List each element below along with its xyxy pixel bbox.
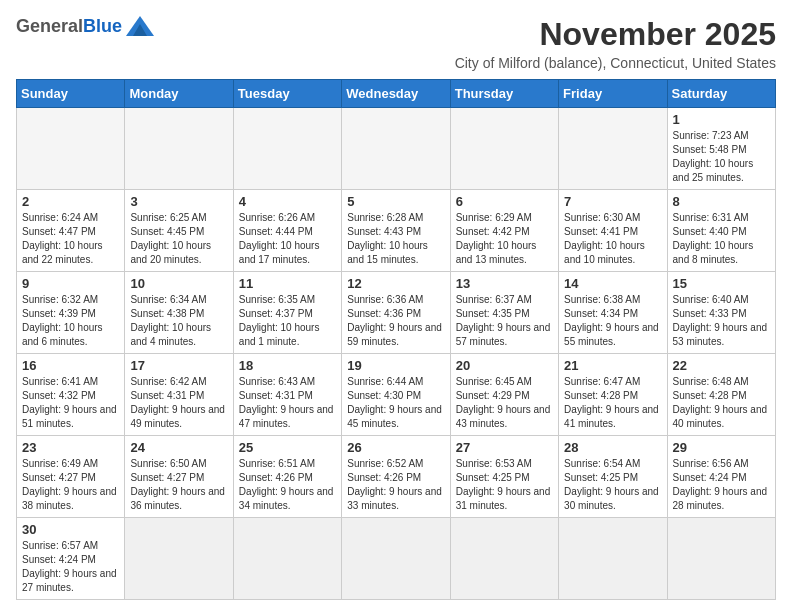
calendar-week-row: 30Sunrise: 6:57 AM Sunset: 4:24 PM Dayli… xyxy=(17,518,776,600)
day-number: 3 xyxy=(130,194,227,209)
calendar-cell xyxy=(450,518,558,600)
calendar-cell xyxy=(667,518,775,600)
calendar-cell: 24Sunrise: 6:50 AM Sunset: 4:27 PM Dayli… xyxy=(125,436,233,518)
day-number: 6 xyxy=(456,194,553,209)
day-info: Sunrise: 6:37 AM Sunset: 4:35 PM Dayligh… xyxy=(456,293,553,349)
weekday-header-thursday: Thursday xyxy=(450,80,558,108)
day-number: 23 xyxy=(22,440,119,455)
calendar-cell: 25Sunrise: 6:51 AM Sunset: 4:26 PM Dayli… xyxy=(233,436,341,518)
day-number: 20 xyxy=(456,358,553,373)
calendar-cell: 26Sunrise: 6:52 AM Sunset: 4:26 PM Dayli… xyxy=(342,436,450,518)
calendar-cell: 16Sunrise: 6:41 AM Sunset: 4:32 PM Dayli… xyxy=(17,354,125,436)
day-info: Sunrise: 6:42 AM Sunset: 4:31 PM Dayligh… xyxy=(130,375,227,431)
day-number: 10 xyxy=(130,276,227,291)
month-title: November 2025 xyxy=(455,16,776,53)
day-info: Sunrise: 6:36 AM Sunset: 4:36 PM Dayligh… xyxy=(347,293,444,349)
calendar-header-row: SundayMondayTuesdayWednesdayThursdayFrid… xyxy=(17,80,776,108)
day-number: 26 xyxy=(347,440,444,455)
day-number: 17 xyxy=(130,358,227,373)
calendar-cell: 27Sunrise: 6:53 AM Sunset: 4:25 PM Dayli… xyxy=(450,436,558,518)
calendar-week-row: 23Sunrise: 6:49 AM Sunset: 4:27 PM Dayli… xyxy=(17,436,776,518)
calendar-cell: 14Sunrise: 6:38 AM Sunset: 4:34 PM Dayli… xyxy=(559,272,667,354)
day-info: Sunrise: 6:31 AM Sunset: 4:40 PM Dayligh… xyxy=(673,211,770,267)
calendar-cell: 6Sunrise: 6:29 AM Sunset: 4:42 PM Daylig… xyxy=(450,190,558,272)
day-number: 18 xyxy=(239,358,336,373)
day-number: 4 xyxy=(239,194,336,209)
weekday-header-monday: Monday xyxy=(125,80,233,108)
calendar-week-row: 1Sunrise: 7:23 AM Sunset: 5:48 PM Daylig… xyxy=(17,108,776,190)
day-number: 19 xyxy=(347,358,444,373)
day-number: 2 xyxy=(22,194,119,209)
day-info: Sunrise: 6:49 AM Sunset: 4:27 PM Dayligh… xyxy=(22,457,119,513)
calendar-cell: 19Sunrise: 6:44 AM Sunset: 4:30 PM Dayli… xyxy=(342,354,450,436)
location-subtitle: City of Milford (balance), Connecticut, … xyxy=(455,55,776,71)
day-number: 28 xyxy=(564,440,661,455)
calendar-cell: 21Sunrise: 6:47 AM Sunset: 4:28 PM Dayli… xyxy=(559,354,667,436)
day-number: 12 xyxy=(347,276,444,291)
calendar-cell: 1Sunrise: 7:23 AM Sunset: 5:48 PM Daylig… xyxy=(667,108,775,190)
day-info: Sunrise: 6:48 AM Sunset: 4:28 PM Dayligh… xyxy=(673,375,770,431)
weekday-header-friday: Friday xyxy=(559,80,667,108)
day-number: 30 xyxy=(22,522,119,537)
day-info: Sunrise: 6:41 AM Sunset: 4:32 PM Dayligh… xyxy=(22,375,119,431)
day-number: 25 xyxy=(239,440,336,455)
calendar-cell: 20Sunrise: 6:45 AM Sunset: 4:29 PM Dayli… xyxy=(450,354,558,436)
day-number: 7 xyxy=(564,194,661,209)
calendar-cell xyxy=(125,518,233,600)
calendar-cell xyxy=(17,108,125,190)
logo-general-text: General xyxy=(16,17,83,35)
day-info: Sunrise: 6:35 AM Sunset: 4:37 PM Dayligh… xyxy=(239,293,336,349)
calendar-cell: 2Sunrise: 6:24 AM Sunset: 4:47 PM Daylig… xyxy=(17,190,125,272)
calendar-cell xyxy=(559,108,667,190)
calendar-cell xyxy=(450,108,558,190)
calendar-table: SundayMondayTuesdayWednesdayThursdayFrid… xyxy=(16,79,776,600)
calendar-cell: 5Sunrise: 6:28 AM Sunset: 4:43 PM Daylig… xyxy=(342,190,450,272)
calendar-cell: 3Sunrise: 6:25 AM Sunset: 4:45 PM Daylig… xyxy=(125,190,233,272)
calendar-week-row: 16Sunrise: 6:41 AM Sunset: 4:32 PM Dayli… xyxy=(17,354,776,436)
day-info: Sunrise: 6:57 AM Sunset: 4:24 PM Dayligh… xyxy=(22,539,119,595)
day-number: 14 xyxy=(564,276,661,291)
day-info: Sunrise: 6:26 AM Sunset: 4:44 PM Dayligh… xyxy=(239,211,336,267)
day-info: Sunrise: 6:50 AM Sunset: 4:27 PM Dayligh… xyxy=(130,457,227,513)
calendar-week-row: 9Sunrise: 6:32 AM Sunset: 4:39 PM Daylig… xyxy=(17,272,776,354)
day-number: 11 xyxy=(239,276,336,291)
day-info: Sunrise: 6:32 AM Sunset: 4:39 PM Dayligh… xyxy=(22,293,119,349)
calendar-cell xyxy=(342,518,450,600)
calendar-cell xyxy=(342,108,450,190)
weekday-header-sunday: Sunday xyxy=(17,80,125,108)
calendar-cell: 8Sunrise: 6:31 AM Sunset: 4:40 PM Daylig… xyxy=(667,190,775,272)
calendar-cell: 22Sunrise: 6:48 AM Sunset: 4:28 PM Dayli… xyxy=(667,354,775,436)
logo-blue-text: Blue xyxy=(83,17,122,35)
day-info: Sunrise: 6:34 AM Sunset: 4:38 PM Dayligh… xyxy=(130,293,227,349)
calendar-cell: 15Sunrise: 6:40 AM Sunset: 4:33 PM Dayli… xyxy=(667,272,775,354)
day-number: 1 xyxy=(673,112,770,127)
day-info: Sunrise: 6:47 AM Sunset: 4:28 PM Dayligh… xyxy=(564,375,661,431)
weekday-header-saturday: Saturday xyxy=(667,80,775,108)
day-number: 29 xyxy=(673,440,770,455)
day-info: Sunrise: 7:23 AM Sunset: 5:48 PM Dayligh… xyxy=(673,129,770,185)
calendar-cell xyxy=(125,108,233,190)
day-number: 5 xyxy=(347,194,444,209)
calendar-cell: 7Sunrise: 6:30 AM Sunset: 4:41 PM Daylig… xyxy=(559,190,667,272)
calendar-cell: 11Sunrise: 6:35 AM Sunset: 4:37 PM Dayli… xyxy=(233,272,341,354)
day-number: 24 xyxy=(130,440,227,455)
calendar-cell: 28Sunrise: 6:54 AM Sunset: 4:25 PM Dayli… xyxy=(559,436,667,518)
weekday-header-tuesday: Tuesday xyxy=(233,80,341,108)
day-info: Sunrise: 6:30 AM Sunset: 4:41 PM Dayligh… xyxy=(564,211,661,267)
calendar-cell xyxy=(559,518,667,600)
calendar-cell xyxy=(233,108,341,190)
day-info: Sunrise: 6:29 AM Sunset: 4:42 PM Dayligh… xyxy=(456,211,553,267)
day-info: Sunrise: 6:56 AM Sunset: 4:24 PM Dayligh… xyxy=(673,457,770,513)
day-number: 9 xyxy=(22,276,119,291)
day-info: Sunrise: 6:28 AM Sunset: 4:43 PM Dayligh… xyxy=(347,211,444,267)
weekday-header-wednesday: Wednesday xyxy=(342,80,450,108)
day-info: Sunrise: 6:25 AM Sunset: 4:45 PM Dayligh… xyxy=(130,211,227,267)
day-info: Sunrise: 6:24 AM Sunset: 4:47 PM Dayligh… xyxy=(22,211,119,267)
calendar-cell: 23Sunrise: 6:49 AM Sunset: 4:27 PM Dayli… xyxy=(17,436,125,518)
calendar-cell: 29Sunrise: 6:56 AM Sunset: 4:24 PM Dayli… xyxy=(667,436,775,518)
logo: General Blue xyxy=(16,16,154,36)
day-number: 8 xyxy=(673,194,770,209)
day-info: Sunrise: 6:54 AM Sunset: 4:25 PM Dayligh… xyxy=(564,457,661,513)
day-info: Sunrise: 6:40 AM Sunset: 4:33 PM Dayligh… xyxy=(673,293,770,349)
calendar-cell xyxy=(233,518,341,600)
